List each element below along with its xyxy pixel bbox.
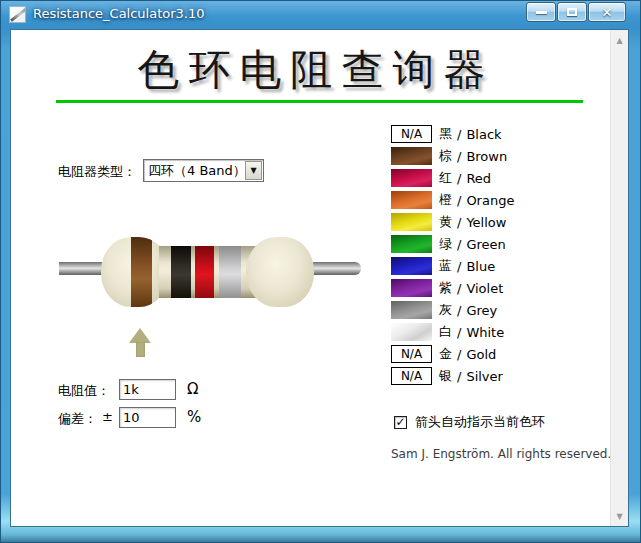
window-controls: ✕	[526, 2, 626, 22]
scroll-down-icon[interactable]: ▼	[611, 508, 628, 524]
legend-item: N/A 银/Silver	[391, 367, 514, 385]
separator: /	[457, 237, 461, 252]
green-divider	[56, 100, 583, 103]
color-name-en: Orange	[466, 193, 514, 208]
legend-item: 蓝/Blue	[391, 257, 514, 275]
color-name-en: Yellow	[466, 215, 506, 230]
resistor-body-right	[246, 237, 314, 307]
auto-arrow-checkbox[interactable]: ✓	[394, 416, 407, 429]
plus-minus-sign: ±	[102, 409, 113, 424]
arrow-stem	[136, 342, 145, 357]
legend-item: 绿/Green	[391, 235, 514, 253]
content-area: 色环电阻查询器 电阻器类型： 四环（4 Band） ▼	[10, 29, 629, 527]
separator: /	[457, 347, 461, 362]
separator: /	[457, 303, 461, 318]
separator: /	[457, 369, 461, 384]
color-name-en: Violet	[466, 281, 503, 296]
separator: /	[457, 127, 461, 142]
legend-item: 橙/Orange	[391, 191, 514, 209]
separator: /	[457, 193, 461, 208]
resistor-band	[131, 237, 152, 307]
color-name-en: Blue	[466, 259, 495, 274]
separator: /	[457, 325, 461, 340]
separator: /	[457, 215, 461, 230]
band-pointer-arrow-icon	[129, 328, 151, 358]
resistance-input[interactable]	[119, 379, 176, 400]
maximize-button[interactable]	[557, 2, 587, 22]
color-swatch	[391, 213, 432, 231]
separator: /	[457, 149, 461, 164]
vertical-scrollbar[interactable]: ▲ ▼	[610, 30, 628, 526]
resistor-band	[219, 246, 241, 298]
page-title: 色环电阻查询器	[21, 42, 611, 98]
auto-arrow-option: ✓ 箭头自动指示当前色环	[394, 413, 545, 431]
separator: /	[457, 259, 461, 274]
color-name-zh: 橙	[439, 191, 452, 209]
color-name-zh: 绿	[439, 235, 452, 253]
color-name-zh: 黄	[439, 213, 452, 231]
legend-item: 红/Red	[391, 169, 514, 187]
resistance-label: 电阻值：	[58, 382, 110, 400]
pencil-icon	[10, 7, 26, 22]
minimize-button[interactable]	[526, 2, 556, 22]
color-swatch	[391, 301, 432, 319]
app-window: Resistance_Calculator3.10 ✕ 色环电阻查询器 电阻器类…	[0, 0, 641, 543]
maximize-icon	[567, 8, 577, 16]
legend-item: 紫/Violet	[391, 279, 514, 297]
legend-item: 棕/Brown	[391, 147, 514, 165]
color-swatch	[391, 169, 432, 187]
minimize-icon	[536, 11, 547, 14]
color-swatch	[391, 279, 432, 297]
color-swatch	[391, 323, 432, 341]
color-name-zh: 紫	[439, 279, 452, 297]
color-name-zh: 白	[439, 323, 452, 341]
resistor-lead-left	[59, 262, 105, 275]
resistor-graphic	[59, 229, 361, 309]
color-name-zh: 蓝	[439, 257, 452, 275]
legend-item: N/A 黑/Black	[391, 125, 514, 143]
color-swatch: N/A	[391, 345, 432, 363]
separator: /	[457, 171, 461, 186]
color-name-en: Gold	[466, 347, 496, 362]
legend-item: 黄/Yellow	[391, 213, 514, 231]
close-button[interactable]: ✕	[588, 2, 626, 22]
color-name-en: Brown	[466, 149, 507, 164]
color-swatch	[391, 235, 432, 253]
color-name-en: Black	[466, 127, 501, 142]
title-bar: Resistance_Calculator3.10 ✕	[0, 0, 641, 29]
color-name-zh: 棕	[439, 147, 452, 165]
resistor-type-label: 电阻器类型：	[58, 163, 136, 181]
color-name-en: Grey	[466, 303, 497, 318]
legend-item: N/A 金/Gold	[391, 345, 514, 363]
color-name-zh: 灰	[439, 301, 452, 319]
resistor-band	[171, 246, 191, 298]
color-name-zh: 金	[439, 345, 452, 363]
separator: /	[457, 281, 461, 296]
color-swatch: N/A	[391, 125, 432, 143]
color-swatch	[391, 191, 432, 209]
color-name-en: Green	[466, 237, 505, 252]
close-icon: ✕	[589, 3, 625, 21]
color-name-en: White	[466, 325, 504, 340]
color-name-zh: 黑	[439, 125, 452, 143]
scroll-up-icon[interactable]: ▲	[611, 32, 628, 48]
tolerance-input[interactable]	[119, 407, 176, 428]
dropdown-value: 四环（4 Band）	[148, 162, 246, 180]
legend-item: 灰/Grey	[391, 301, 514, 319]
ohm-unit: Ω	[187, 380, 198, 398]
color-name-zh: 红	[439, 169, 452, 187]
resistor-band	[195, 246, 214, 298]
copyright-text: Sam J. Engström. All rights reserved.	[391, 447, 611, 461]
color-name-zh: 银	[439, 367, 452, 385]
color-swatch	[391, 257, 432, 275]
dropdown-arrow-button[interactable]: ▼	[245, 161, 262, 180]
window-title: Resistance_Calculator3.10	[33, 6, 205, 21]
legend-item: 白/White	[391, 323, 514, 341]
color-name-en: Red	[466, 171, 491, 186]
color-swatch: N/A	[391, 367, 432, 385]
resistor-type-dropdown[interactable]: 四环（4 Band） ▼	[143, 159, 264, 182]
percent-unit: %	[187, 408, 201, 426]
auto-arrow-label: 箭头自动指示当前色环	[415, 413, 545, 431]
color-name-en: Silver	[466, 369, 503, 384]
arrow-head	[129, 328, 151, 343]
